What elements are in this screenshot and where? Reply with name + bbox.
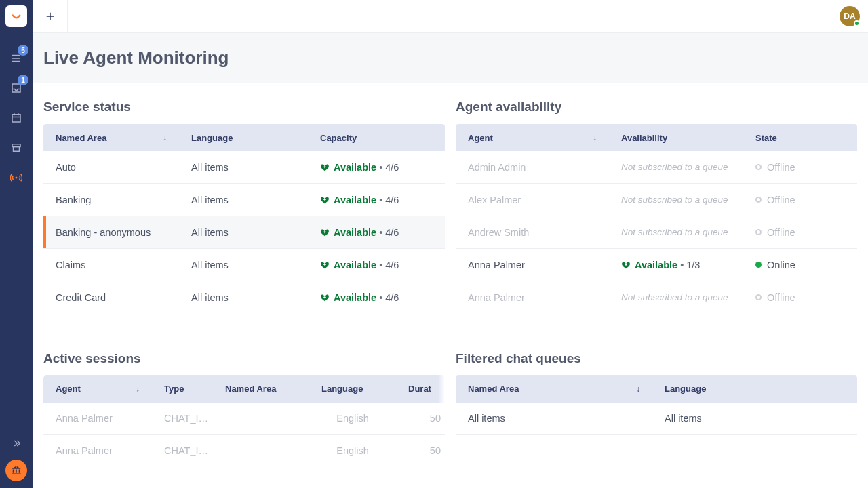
- table-row[interactable]: Credit CardAll itemsAvailable•4/6: [43, 281, 445, 314]
- cell-language: All items: [179, 162, 308, 173]
- cell-language: All items: [179, 195, 308, 205]
- sidebar-inbox-icon[interactable]: 1: [5, 77, 27, 99]
- cell-state: Offline: [743, 227, 857, 238]
- sidebar-badge: 1: [18, 75, 28, 85]
- svg-rect-6: [19, 470, 20, 473]
- table-row[interactable]: BankingAll itemsAvailable•4/6: [43, 184, 445, 216]
- svg-rect-7: [12, 474, 21, 475]
- cell-availability: Not subscribed to a queue: [609, 292, 743, 302]
- cell-named-area: Banking - anonymous: [43, 227, 179, 238]
- table-row[interactable]: AutoAll itemsAvailable•4/6: [43, 151, 445, 184]
- table-row[interactable]: All itemsAll items: [456, 403, 857, 435]
- cell-agent: Anna Palmer: [456, 260, 609, 270]
- table-header: Agent↓ Type Named Area Language Durat: [43, 375, 445, 403]
- sidebar-list-icon[interactable]: 5: [5, 47, 27, 69]
- sort-arrow-icon: ↓: [636, 384, 640, 394]
- state-dot-icon: [755, 164, 762, 170]
- col-language[interactable]: Language: [309, 375, 396, 403]
- cell-state: Offline: [743, 195, 857, 205]
- col-state[interactable]: State: [743, 124, 857, 151]
- org-switcher[interactable]: $: [5, 460, 27, 481]
- table-row[interactable]: Anna PalmerCHAT_I…English50: [43, 403, 445, 435]
- sidebar-calendar-icon[interactable]: [5, 107, 27, 129]
- table-row[interactable]: Andrew SmithNot subscribed to a queueOff…: [456, 216, 857, 249]
- heart-plus-icon: [320, 228, 330, 237]
- cell-availability: Available•1/3: [609, 260, 743, 270]
- cell-language: English: [309, 413, 396, 424]
- agent-availability-panel: Agent availability Agent↓ Availability S…: [456, 100, 857, 335]
- table-row[interactable]: Anna PalmerNot subscribed to a queueOffl…: [456, 281, 857, 314]
- heart-plus-icon: [320, 195, 330, 205]
- active-sessions-panel: Active sessions Agent↓ Type Named Area L…: [43, 351, 445, 489]
- col-named-area[interactable]: Named Area: [213, 375, 309, 403]
- cell-type: CHAT_I…: [152, 413, 213, 424]
- table-row[interactable]: Anna PalmerCHAT_I…English50: [43, 435, 445, 468]
- cell-named-area: Banking: [43, 195, 179, 205]
- panel-title: Agent availability: [456, 100, 857, 115]
- state-dot-icon: [755, 229, 762, 235]
- cell-state: Offline: [743, 292, 857, 303]
- table-row[interactable]: Admin AdminNot subscribed to a queueOffl…: [456, 151, 857, 184]
- new-tab-button[interactable]: [33, 0, 68, 33]
- cell-agent: Admin Admin: [456, 162, 609, 173]
- cell-agent: Anna Palmer: [43, 413, 152, 424]
- service-status-panel: Service status Named Area↓ Language Capa…: [43, 100, 445, 335]
- table-header: Agent↓ Availability State: [456, 124, 857, 151]
- col-type[interactable]: Type: [152, 375, 213, 403]
- avatar[interactable]: DA: [840, 6, 860, 26]
- heart-plus-icon: [320, 293, 330, 302]
- svg-rect-0: [12, 115, 20, 122]
- app-logo[interactable]: [5, 5, 27, 27]
- cell-availability: Not subscribed to a queue: [609, 195, 743, 205]
- sidebar-expand-button[interactable]: [5, 432, 27, 454]
- col-named-area[interactable]: Named Area↓: [456, 375, 652, 403]
- table-row[interactable]: Anna PalmerAvailable•1/3Online: [456, 249, 857, 281]
- cell-capacity: Available•4/6: [308, 162, 445, 173]
- cell-language: All items: [652, 413, 857, 424]
- cell-agent: Alex Palmer: [456, 195, 609, 205]
- panel-title: Active sessions: [43, 351, 445, 366]
- table-row[interactable]: Banking - anonymousAll itemsAvailable•4/…: [43, 216, 445, 249]
- cell-capacity: Available•4/6: [308, 227, 445, 238]
- state-dot-icon: [755, 197, 762, 203]
- cell-type: CHAT_I…: [152, 445, 213, 456]
- svg-rect-5: [16, 470, 17, 473]
- svg-rect-4: [13, 470, 14, 473]
- table-row[interactable]: ClaimsAll itemsAvailable•4/6: [43, 249, 445, 281]
- heart-plus-icon: [621, 260, 631, 270]
- sort-arrow-icon: ↓: [163, 133, 167, 142]
- sidebar: 5 1 $: [0, 0, 33, 488]
- cell-language: All items: [179, 292, 308, 303]
- col-language[interactable]: Language: [652, 375, 857, 403]
- avatar-initials: DA: [844, 12, 855, 21]
- cell-agent: Anna Palmer: [456, 292, 609, 303]
- col-language[interactable]: Language: [179, 124, 308, 151]
- cell-capacity: Available•4/6: [308, 292, 445, 303]
- table-row[interactable]: Alex PalmerNot subscribed to a queueOffl…: [456, 184, 857, 216]
- cell-agent: Andrew Smith: [456, 227, 609, 238]
- col-named-area[interactable]: Named Area↓: [43, 124, 179, 151]
- cell-duration: 50: [396, 445, 445, 456]
- cell-availability: Not subscribed to a queue: [609, 162, 743, 172]
- main: DA Live Agent Monitoring Service status …: [33, 0, 868, 488]
- page-title: Live Agent Monitoring: [43, 47, 857, 68]
- col-availability[interactable]: Availability: [609, 124, 743, 151]
- cell-named-area: All items: [456, 413, 652, 424]
- panel-title: Service status: [43, 100, 445, 115]
- page-header: Live Agent Monitoring: [33, 33, 868, 83]
- svg-point-3: [16, 177, 18, 179]
- heart-plus-icon: [320, 260, 330, 270]
- cell-named-area: Claims: [43, 260, 179, 270]
- col-agent[interactable]: Agent↓: [456, 124, 609, 151]
- col-capacity[interactable]: Capacity: [308, 124, 445, 151]
- filtered-queues-panel: Filtered chat queues Named Area↓ Languag…: [456, 351, 857, 489]
- col-duration[interactable]: Durat: [396, 375, 445, 403]
- sort-arrow-icon: ↓: [593, 133, 597, 142]
- col-agent[interactable]: Agent↓: [43, 375, 152, 403]
- smile-icon: [10, 10, 22, 22]
- svg-rect-2: [14, 147, 20, 152]
- sidebar-archive-icon[interactable]: [5, 137, 27, 159]
- sidebar-broadcast-icon[interactable]: [5, 167, 27, 188]
- state-dot-icon: [755, 262, 762, 268]
- table-header: Named Area↓ Language: [456, 375, 857, 403]
